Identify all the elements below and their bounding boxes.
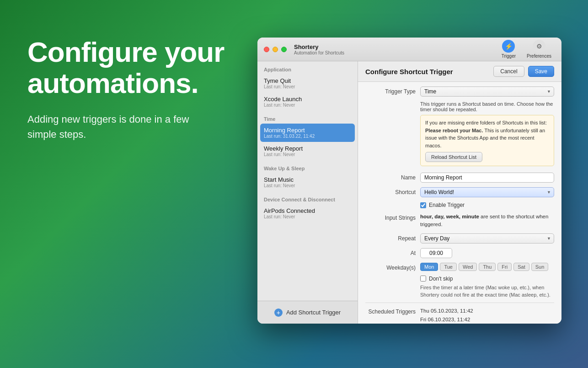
- trigger-nav-button[interactable]: ⚡ Trigger: [498, 38, 519, 60]
- main-window: Shortery Automation for Shortcuts ⚡ Trig…: [257, 38, 561, 324]
- trigger-type-select[interactable]: Time ▼: [420, 87, 554, 97]
- input-strings-row: Input Strings hour, day, week, minute ar…: [365, 213, 554, 229]
- dont-skip-description: Fires the timer at a later time (Mac wok…: [420, 284, 554, 299]
- chevron-down-icon: ▼: [547, 89, 551, 94]
- sidebar: Application Tyme Quit Last run: Never Xc…: [257, 61, 358, 324]
- minimize-button[interactable]: [273, 47, 278, 52]
- app-subtitle: Automation for Shortcuts: [294, 50, 344, 55]
- bg-title-line2: automations.: [27, 68, 224, 99]
- trigger-type-label: Trigger Type: [365, 87, 416, 95]
- enable-trigger-label: Enable Trigger: [429, 202, 465, 208]
- trigger-icon: ⚡: [502, 40, 515, 53]
- header-buttons: Cancel Save: [493, 66, 554, 77]
- weekday-label: Weekday(s): [365, 263, 416, 271]
- add-shortcut-trigger-button[interactable]: + Add Shortcut Trigger: [257, 301, 358, 324]
- app-info: Shortery Automation for Shortcuts: [294, 43, 344, 55]
- name-label: Name: [365, 173, 416, 181]
- name-input[interactable]: [420, 173, 554, 183]
- trigger-description: This trigger runs a Shortcut based on ti…: [420, 101, 554, 112]
- config-header: Configure Shortcut Trigger Cancel Save: [358, 61, 561, 82]
- sidebar-section-application: Application: [257, 61, 358, 74]
- repeat-label: Repeat: [365, 233, 416, 242]
- weekday-buttons: Mon Tue Wed Thu Fri Sat Sun: [420, 263, 554, 271]
- sidebar-item-tyme-quit[interactable]: Tyme Quit Last run: Never: [257, 74, 358, 92]
- sidebar-section-time: Time: [257, 111, 358, 124]
- weekday-row: Weekday(s) Mon Tue Wed Thu Fri Sat Sun: [365, 263, 554, 271]
- background-text: Configure your automations. Adding new t…: [27, 37, 224, 142]
- titlebar-actions: ⚡ Trigger ⚙ Preferences: [498, 38, 555, 60]
- trigger-type-row: Trigger Type Time ▼: [365, 87, 554, 97]
- weekday-thu[interactable]: Thu: [479, 263, 496, 271]
- at-label: At: [365, 248, 416, 256]
- sidebar-section-wake-sleep: Wake Up & Sleep: [257, 160, 358, 173]
- sidebar-item-weekly-report[interactable]: Weekly Report Last run: Never: [257, 142, 358, 160]
- save-button[interactable]: Save: [528, 66, 554, 77]
- input-strings-label: Input Strings: [365, 213, 416, 221]
- preferences-nav-label: Preferences: [527, 54, 551, 59]
- trigger-nav-label: Trigger: [502, 54, 516, 59]
- app-name: Shortery: [294, 43, 344, 50]
- weekday-tue[interactable]: Tue: [440, 263, 457, 271]
- name-row: Name: [365, 173, 554, 183]
- repeat-row: Repeat Every Day ▼: [365, 233, 554, 244]
- window-body: Application Tyme Quit Last run: Never Xc…: [257, 61, 561, 324]
- time-input[interactable]: [420, 248, 452, 258]
- bg-subtitle-line2: simple steps.: [27, 127, 224, 142]
- shortcut-row: Shortcut Hello World! ▼: [365, 187, 554, 197]
- weekday-sat[interactable]: Sat: [513, 263, 529, 271]
- gear-icon: ⚙: [533, 40, 545, 53]
- chevron-down-icon: ▼: [547, 236, 551, 241]
- weekday-sun[interactable]: Sun: [531, 263, 549, 271]
- weekday-fri[interactable]: Fri: [497, 263, 512, 271]
- input-strings-text: hour, day, week, minute are sent to the …: [420, 213, 554, 229]
- dont-skip-label: Don't skip: [429, 276, 453, 282]
- main-panel: Configure Shortcut Trigger Cancel Save T…: [358, 61, 561, 324]
- add-icon: +: [274, 308, 283, 317]
- info-row: This trigger runs a Shortcut based on ti…: [365, 101, 554, 168]
- scheduled-triggers-row: Scheduled Triggers Thu 05.10.2023, 11:42…: [365, 303, 554, 324]
- sidebar-item-start-music[interactable]: Start Music Last run: Never: [257, 173, 358, 191]
- trigger-type-value: Time ▼: [420, 87, 554, 97]
- at-row: At: [365, 248, 554, 258]
- repeat-select[interactable]: Every Day ▼: [420, 233, 554, 244]
- titlebar: Shortery Automation for Shortcuts ⚡ Trig…: [257, 38, 561, 61]
- warning-box: If you are missing entire folders of Sho…: [420, 115, 554, 166]
- scheduled-triggers-label: Scheduled Triggers: [365, 307, 416, 315]
- cancel-button[interactable]: Cancel: [493, 66, 524, 77]
- scheduled-times: Thu 05.10.2023, 11:42 Fri 06.10.2023, 11…: [420, 307, 554, 324]
- sidebar-section-device: Device Connect & Disconnect: [257, 191, 358, 204]
- warning-text: If you are missing entire folders of Sho…: [425, 120, 547, 125]
- shortcut-label: Shortcut: [365, 187, 416, 195]
- config-title: Configure Shortcut Trigger: [365, 68, 453, 76]
- enable-trigger-row: Enable Trigger: [420, 202, 554, 208]
- traffic-lights: [264, 47, 287, 52]
- dont-skip-checkbox[interactable]: [420, 276, 426, 281]
- weekday-wed[interactable]: Wed: [459, 263, 477, 271]
- weekday-mon[interactable]: Mon: [420, 263, 438, 271]
- reload-shortcut-list-button[interactable]: Reload Shortcut List: [425, 152, 482, 162]
- bg-subtitle-line1: Adding new triggers is done in a few: [27, 112, 224, 127]
- shortcut-select[interactable]: Hello World! ▼: [420, 187, 554, 197]
- form-content: Trigger Type Time ▼ This trigger runs a …: [358, 82, 561, 324]
- zoom-button[interactable]: [281, 47, 287, 52]
- preferences-nav-button[interactable]: ⚙ Preferences: [523, 38, 555, 60]
- sidebar-item-xcode-launch[interactable]: Xcode Launch Last run: Never: [257, 92, 358, 111]
- enable-trigger-checkbox[interactable]: [420, 202, 426, 208]
- warning-bold: Please reboot your Mac.: [425, 128, 483, 133]
- sidebar-item-airpods-connected[interactable]: AirPods Connected Last run: Never: [257, 204, 358, 222]
- sidebar-item-morning-report[interactable]: Morning Report Last run: 31.03.22, 11:42: [260, 124, 355, 142]
- add-button-label: Add Shortcut Trigger: [286, 309, 341, 316]
- bg-title-line1: Configure your: [27, 37, 224, 68]
- dont-skip-row: Don't skip Fires the timer at a later ti…: [420, 276, 554, 299]
- close-button[interactable]: [264, 47, 269, 52]
- chevron-down-icon: ▼: [547, 190, 551, 195]
